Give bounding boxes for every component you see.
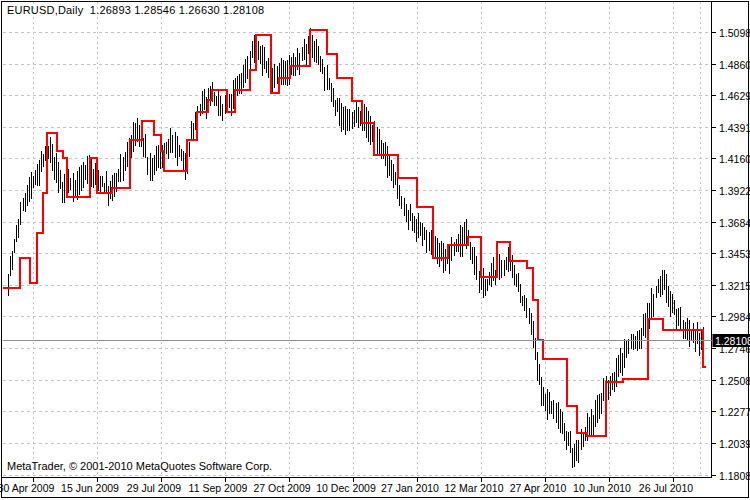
- x-axis-label: 10 Jun 2010: [573, 482, 631, 494]
- y-axis-label: 1.50980: [719, 27, 750, 39]
- y-axis-label: 1.22770: [719, 406, 750, 418]
- current-price-badge-label: 1.28108: [715, 335, 750, 347]
- y-axis-label: 1.36840: [719, 217, 750, 229]
- chart-symbol-ohlc-title: EURUSD,Daily 1.26893 1.28546 1.26630 1.2…: [7, 4, 264, 16]
- y-axis-label: 1.34530: [719, 248, 750, 260]
- x-axis-label: 30 Apr 2009: [0, 482, 54, 494]
- y-axis-label: 1.20390: [719, 438, 750, 450]
- price-chart-canvas[interactable]: 1.509801.486001.462901.439101.416001.392…: [0, 0, 750, 500]
- y-axis-label: 1.25080: [719, 375, 750, 387]
- y-axis-label: 1.46290: [719, 90, 750, 102]
- x-axis-label: 15 Jun 2009: [61, 482, 119, 494]
- x-axis-label: 10 Dec 2009: [316, 482, 376, 494]
- copyright-text: MetaTrader, © 2001-2010 MetaQuotes Softw…: [7, 460, 272, 472]
- x-axis-label: 26 Jul 2010: [639, 482, 693, 494]
- y-axis-label: 1.48600: [719, 59, 750, 71]
- trend-indicator-path: [3, 30, 706, 436]
- x-axis-label: 27 Jan 2010: [381, 482, 439, 494]
- y-axis-label: 1.41600: [719, 153, 750, 165]
- x-axis-label: 27 Apr 2010: [510, 482, 567, 494]
- y-axis-label: 1.29840: [719, 311, 750, 323]
- x-axis-label: 29 Jul 2009: [127, 482, 181, 494]
- trend-step-indicator-line: [3, 30, 706, 436]
- y-axis-label: 1.18080: [719, 470, 750, 482]
- x-axis-label: 11 Sep 2009: [189, 482, 248, 494]
- y-axis-label: 1.32150: [719, 280, 750, 292]
- x-axis-label: 27 Oct 2009: [253, 482, 310, 494]
- metatrader-chart-window: 1.509801.486001.462901.439101.416001.392…: [0, 0, 750, 500]
- price-bars-series: [9, 28, 704, 467]
- y-axis-label: 1.43910: [719, 122, 750, 134]
- x-axis-label: 12 Mar 2010: [445, 482, 504, 494]
- y-axis-label: 1.39220: [719, 185, 750, 197]
- window-border: [2, 2, 749, 498]
- axes: 1.509801.486001.462901.439101.416001.392…: [0, 2, 750, 495]
